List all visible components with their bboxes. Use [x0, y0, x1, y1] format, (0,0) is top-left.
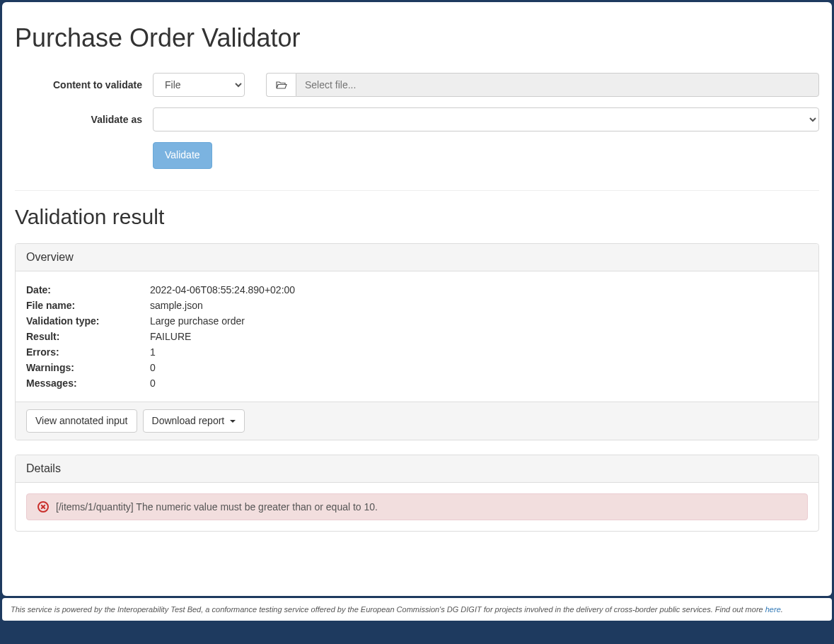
result-label: Result:: [26, 331, 150, 342]
content-type-select[interactable]: File: [153, 73, 245, 97]
validate-button[interactable]: Validate: [153, 142, 212, 169]
browse-button[interactable]: [266, 73, 296, 97]
validate-as-select[interactable]: [153, 107, 819, 131]
validate-as-label: Validate as: [15, 114, 153, 125]
messages-value: 0: [150, 377, 808, 389]
overview-row-messages: Messages: 0: [26, 375, 808, 391]
result-value: FAILURE: [150, 331, 808, 342]
error-item[interactable]: [/items/1/quantity] The numeric value mu…: [26, 493, 808, 520]
date-value: 2022-04-06T08:55:24.890+02:00: [150, 284, 808, 295]
date-label: Date:: [26, 284, 150, 295]
footer-suffix: .: [781, 605, 783, 614]
details-heading: Details: [16, 455, 818, 483]
overview-row-result: Result: FAILURE: [26, 329, 808, 344]
overview-heading: Overview: [16, 244, 818, 271]
footer: This service is powered by the Interoper…: [2, 598, 832, 621]
overview-row-warnings: Warnings: 0: [26, 360, 808, 375]
validation-result-title: Validation result: [15, 205, 819, 229]
main-card: Purchase Order Validator Content to vali…: [2, 2, 832, 596]
download-report-button[interactable]: Download report: [143, 409, 245, 433]
content-to-validate-row: Content to validate File: [15, 73, 819, 97]
validate-button-row: Validate: [15, 142, 819, 169]
error-circle-icon: [37, 501, 49, 513]
details-panel: Details [/items/1/quantity] The numeric …: [15, 455, 819, 532]
warnings-value: 0: [150, 362, 808, 373]
errors-label: Errors:: [26, 346, 150, 358]
error-message-text: [/items/1/quantity] The numeric value mu…: [56, 501, 378, 513]
overview-row-errors: Errors: 1: [26, 344, 808, 360]
overview-footer: View annotated input Download report: [16, 402, 818, 440]
filename-value: sample.json: [150, 300, 808, 311]
footer-text: This service is powered by the Interoper…: [11, 605, 765, 614]
overview-body: Date: 2022-04-06T08:55:24.890+02:00 File…: [16, 271, 818, 402]
warnings-label: Warnings:: [26, 362, 150, 373]
divider: [15, 190, 819, 191]
overview-row-filename: File name: sample.json: [26, 298, 808, 313]
validationtype-label: Validation type:: [26, 315, 150, 327]
errors-value: 1: [150, 346, 808, 358]
validationtype-value: Large purchase order: [150, 315, 808, 327]
caret-down-icon: [230, 420, 236, 423]
download-report-label: Download report: [152, 415, 225, 426]
filename-label: File name:: [26, 300, 150, 311]
file-picker: [266, 73, 819, 97]
details-body: [/items/1/quantity] The numeric value mu…: [16, 483, 818, 531]
footer-link[interactable]: here: [765, 605, 781, 614]
page-title: Purchase Order Validator: [15, 23, 819, 53]
messages-label: Messages:: [26, 377, 150, 389]
overview-panel: Overview Date: 2022-04-06T08:55:24.890+0…: [15, 243, 819, 441]
file-input[interactable]: [296, 73, 819, 97]
validate-as-row: Validate as: [15, 107, 819, 131]
view-annotated-input-button[interactable]: View annotated input: [26, 409, 137, 433]
overview-row-validationtype: Validation type: Large purchase order: [26, 313, 808, 329]
overview-row-date: Date: 2022-04-06T08:55:24.890+02:00: [26, 282, 808, 298]
content-to-validate-label: Content to validate: [15, 79, 153, 90]
folder-open-icon: [276, 80, 287, 90]
